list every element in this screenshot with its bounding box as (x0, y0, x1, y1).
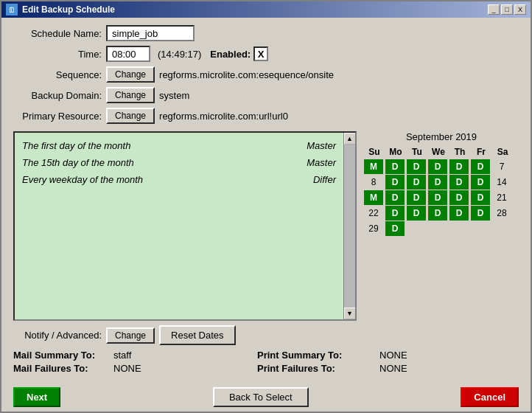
notify-row: Notify / Advanced: Change Reset Dates (13, 325, 519, 345)
calendar-cell[interactable]: D (385, 190, 405, 205)
sequence-row: Sequence: Change regforms.microlite.com:… (13, 66, 519, 83)
notify-label: Notify / Advanced: (13, 330, 102, 341)
maximize-button[interactable]: □ (501, 4, 513, 15)
print-failures-label: Print Failures To: (257, 363, 375, 374)
mail-failures-value: NONE (113, 363, 253, 374)
calendar-cell[interactable]: D (385, 206, 405, 221)
calendar-cell[interactable]: D (449, 190, 469, 205)
scroll-up-button[interactable]: ▲ (344, 133, 356, 145)
time-row: Time: 08:00 (14:49:17) Enabled: X (13, 46, 519, 62)
main-window: 🗓 Edit Backup Schedule _ □ X Schedule Na… (0, 0, 532, 413)
calendar-cell[interactable]: D (471, 175, 490, 190)
calendar-header: September 2019 (364, 131, 519, 142)
schedule-items: The first day of the monthMasterThe 15th… (19, 137, 351, 188)
print-summary-value: NONE (379, 350, 519, 361)
schedule-type: Master (307, 157, 336, 168)
calendar-cell[interactable]: D (449, 206, 469, 221)
calendar-day-header: Sa (492, 145, 513, 159)
calendar-cell[interactable]: D (428, 190, 447, 205)
calendar-cell[interactable]: D (449, 175, 469, 190)
calendar-day-header: Th (449, 145, 470, 159)
calendar-cell: 8 (364, 175, 383, 190)
calendar-cell[interactable]: D (407, 190, 426, 205)
schedule-description: The first day of the month (22, 140, 130, 151)
calendar-cell (428, 221, 447, 236)
time-current: (14:49:17) (158, 49, 201, 60)
primary-resource-row: Primary Resource: Change regforms.microl… (13, 108, 519, 124)
calendar-cell[interactable]: D (407, 159, 426, 174)
content-area: Schedule Name: simple_job Time: 08:00 (1… (1, 18, 531, 381)
primary-resource-change-button[interactable]: Change (106, 108, 155, 124)
window-title: Edit Backup Schedule (22, 4, 115, 15)
schedule-type: Master (307, 140, 336, 151)
calendar-cell: 28 (492, 206, 511, 221)
calendar-cell[interactable]: M (364, 159, 383, 174)
schedule-name-input[interactable]: simple_job (106, 25, 195, 41)
calendar-cell[interactable]: D (385, 221, 405, 236)
sequence-change-button[interactable]: Change (106, 66, 155, 83)
schedule-name-row: Schedule Name: simple_job (13, 25, 519, 41)
calendar-day-header: We (428, 145, 449, 159)
list-item[interactable]: Every weekday of the monthDiffer (19, 171, 351, 188)
calendar-cell[interactable]: D (471, 190, 490, 205)
calendar-cell[interactable]: D (428, 175, 447, 190)
calendar-cell[interactable]: D (449, 159, 469, 174)
schedule-description: Every weekday of the month (22, 174, 143, 185)
footer: Next Back To Select Cancel (1, 383, 531, 412)
scroll-track[interactable] (344, 145, 355, 308)
list-item[interactable]: The first day of the monthMaster (19, 137, 351, 154)
scroll-down-button[interactable]: ▼ (344, 308, 356, 319)
sequence-label: Sequence: (13, 69, 102, 80)
next-button[interactable]: Next (13, 387, 60, 407)
backup-domain-label: Backup Domain: (13, 90, 102, 101)
calendar-cell: 7 (492, 159, 511, 174)
calendar-cell: 14 (492, 175, 511, 190)
calendar-day-header: Su (364, 145, 385, 159)
minimize-button[interactable]: _ (488, 4, 500, 15)
calendar-cell (492, 221, 511, 236)
reset-dates-button[interactable]: Reset Dates (159, 325, 236, 345)
mail-summary-label: Mail Summary To: (13, 350, 109, 361)
back-to-select-button[interactable]: Back To Select (213, 387, 309, 407)
calendar-cell[interactable]: D (471, 159, 490, 174)
calendar-cell: 29 (364, 221, 383, 236)
cancel-button[interactable]: Cancel (461, 387, 519, 407)
primary-resource-value: regforms.microlite.com:url!url0 (159, 111, 288, 122)
time-label: Time: (13, 49, 102, 60)
calendar-cell[interactable]: M (364, 190, 383, 205)
calendar-cell[interactable]: D (428, 159, 447, 174)
calendar-cell[interactable]: D (471, 206, 490, 221)
list-item[interactable]: The 15th day of the monthMaster (19, 154, 351, 171)
calendar: September 2019 SuMoTuWeThFrSaMDDDDD78DDD… (364, 131, 519, 321)
mail-summary-value: staff (113, 350, 253, 361)
calendar-day-header: Fr (471, 145, 491, 159)
calendar-cell[interactable]: D (407, 175, 426, 190)
print-failures-value: NONE (379, 363, 519, 374)
notify-change-button[interactable]: Change (106, 327, 155, 344)
calendar-cell: 21 (492, 190, 511, 205)
backup-domain-change-button[interactable]: Change (106, 87, 155, 103)
calendar-cell (449, 221, 469, 236)
calendar-cell[interactable]: D (385, 159, 405, 174)
enabled-checkbox[interactable]: X (253, 46, 268, 61)
mail-failures-label: Mail Failures To: (13, 363, 109, 374)
primary-resource-label: Primary Resource: (13, 111, 102, 122)
window-controls: _ □ X (488, 4, 526, 15)
calendar-cell (407, 221, 426, 236)
schedule-name-label: Schedule Name: (13, 28, 102, 39)
calendar-cell (471, 221, 490, 236)
time-input[interactable]: 08:00 (106, 46, 150, 62)
schedule-list: The first day of the monthMasterThe 15th… (13, 131, 357, 321)
calendar-cell[interactable]: D (407, 206, 426, 221)
info-grid: Mail Summary To: staff Print Summary To:… (13, 350, 519, 374)
scrollbar[interactable]: ▲ ▼ (343, 133, 355, 319)
enabled-label: Enabled: (210, 49, 251, 60)
middle-section: The first day of the monthMasterThe 15th… (13, 131, 519, 321)
sequence-value: regforms.microlite.com:esequence/onsite (159, 69, 334, 80)
calendar-cell[interactable]: D (385, 175, 405, 190)
close-button[interactable]: X (514, 4, 526, 15)
backup-domain-value: system (159, 90, 189, 101)
calendar-cell[interactable]: D (428, 206, 447, 221)
backup-domain-row: Backup Domain: Change system (13, 87, 519, 103)
print-summary-label: Print Summary To: (257, 350, 375, 361)
